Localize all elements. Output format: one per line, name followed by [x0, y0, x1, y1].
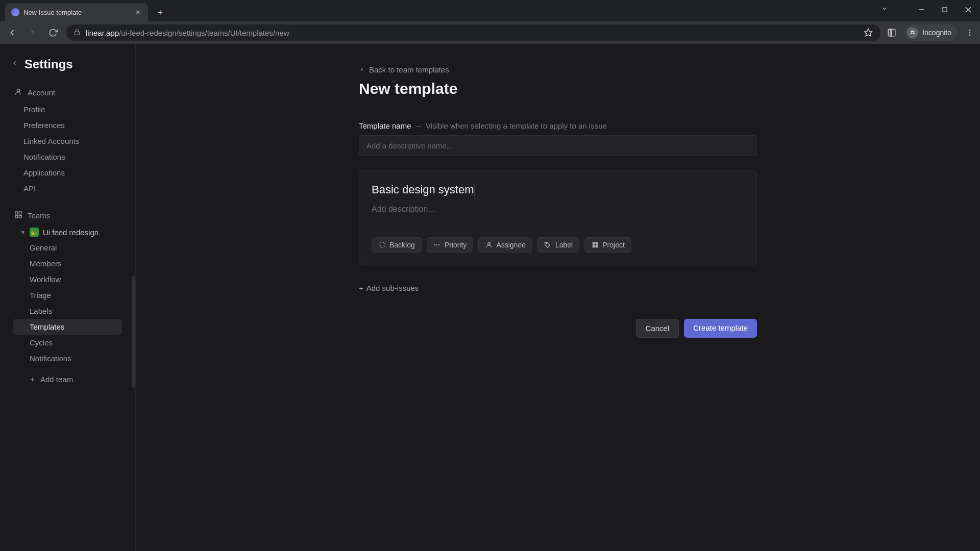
svg-rect-24 [592, 242, 595, 245]
nav-item-profile[interactable]: Profile [7, 102, 128, 117]
svg-point-10 [969, 30, 971, 31]
priority-icon [433, 241, 441, 249]
backlog-icon [378, 241, 386, 249]
description-input[interactable]: Add description... [372, 205, 744, 214]
nav-item-applications[interactable]: Applications [7, 165, 128, 181]
add-sub-issues-button[interactable]: + Add sub-issues [359, 284, 757, 292]
nav-item-notifications[interactable]: Notifications [7, 149, 128, 165]
svg-point-8 [911, 32, 913, 34]
add-team-label: Add team [40, 375, 73, 384]
svg-point-13 [17, 89, 19, 92]
linear-favicon-icon [11, 8, 19, 16]
close-window-icon[interactable] [957, 0, 980, 19]
svg-rect-1 [942, 7, 946, 11]
back-chevron-icon [11, 60, 18, 69]
team-row[interactable]: ▼ 🐢 Ui feed redesign [7, 224, 128, 240]
page-title: New template [359, 80, 757, 107]
bookmark-icon[interactable] [863, 28, 873, 38]
svg-point-19 [434, 244, 435, 245]
label-icon [544, 241, 552, 249]
nav-item-preferences[interactable]: Preferences [7, 117, 128, 133]
forward-button[interactable] [26, 26, 40, 40]
minimize-icon[interactable] [910, 0, 933, 19]
plus-icon: ＋ [29, 374, 36, 384]
create-template-button[interactable]: Create template [684, 319, 757, 338]
caret-down-icon: ▼ [20, 230, 26, 235]
teams-icon [14, 211, 22, 220]
editor-card: Basic design system Add description... B… [359, 170, 757, 265]
text-cursor [475, 185, 475, 197]
browser-menu-icon[interactable] [965, 28, 975, 38]
priority-button[interactable]: Priority [427, 237, 474, 253]
team-sub-notifications[interactable]: Notifications [7, 350, 128, 366]
team-sub-triage[interactable]: Triage [7, 287, 128, 303]
settings-header[interactable]: Settings [0, 50, 135, 84]
nav-item-api[interactable]: API [7, 181, 128, 196]
template-name-hint: Visible when selecting a template to app… [426, 121, 607, 130]
svg-point-22 [488, 243, 491, 245]
template-name-input[interactable] [359, 135, 757, 156]
action-row: Cancel Create template [359, 319, 757, 338]
maximize-icon[interactable] [933, 0, 957, 19]
url-path: /ui-feed-redesign/settings/teams/UI/temp… [119, 29, 289, 37]
new-tab-button[interactable]: ＋ [152, 4, 168, 20]
extensions-icon[interactable] [887, 28, 897, 38]
app: Settings Account Profile Preferences Lin… [0, 44, 980, 551]
browser-tab[interactable]: New Issue template ✕ [5, 3, 148, 21]
svg-rect-14 [15, 212, 18, 214]
project-button[interactable]: Project [584, 237, 631, 253]
svg-marker-5 [865, 29, 872, 36]
cancel-button[interactable]: Cancel [636, 319, 679, 338]
incognito-icon [907, 27, 918, 38]
svg-rect-15 [19, 212, 21, 214]
url-domain: linear.app [86, 29, 119, 37]
window-controls [910, 0, 980, 19]
project-label: Project [602, 241, 625, 249]
svg-point-23 [546, 243, 547, 244]
close-tab-icon[interactable]: ✕ [134, 8, 142, 16]
add-sub-label: Add sub-issues [366, 284, 419, 292]
nav-heading-teams: Teams [7, 207, 128, 224]
url-box[interactable]: linear.app/ui-feed-redesign/settings/tea… [66, 24, 880, 41]
back-to-templates-link[interactable]: Back to team templates [359, 65, 757, 74]
assignee-label: Assignee [496, 241, 526, 249]
project-icon [591, 241, 599, 249]
assignee-icon [485, 241, 493, 249]
status-button[interactable]: Backlog [372, 237, 422, 253]
team-sub-templates[interactable]: Templates [13, 319, 122, 335]
sidebar-scrollbar[interactable] [132, 276, 135, 388]
back-button[interactable] [5, 26, 19, 40]
label-label: Label [555, 241, 573, 249]
property-row: Backlog Priority Assignee Label [372, 237, 744, 253]
nav-item-linked-accounts[interactable]: Linked Accounts [7, 133, 128, 149]
account-icon [14, 88, 22, 97]
svg-point-18 [379, 242, 385, 248]
assignee-button[interactable]: Assignee [478, 237, 532, 253]
priority-label: Priority [445, 241, 467, 249]
dash: – [416, 121, 421, 130]
tabs-dropdown-icon[interactable] [881, 5, 888, 14]
teams-label: Teams [28, 211, 50, 220]
svg-rect-27 [595, 245, 598, 248]
team-sub-members[interactable]: Members [7, 256, 128, 271]
svg-rect-16 [15, 215, 18, 218]
svg-rect-17 [19, 215, 21, 218]
add-team-button[interactable]: ＋ Add team [7, 369, 128, 389]
incognito-badge[interactable]: Incognito [904, 24, 958, 41]
label-button[interactable]: Label [537, 237, 579, 253]
svg-point-11 [969, 32, 971, 34]
tab-strip: New Issue template ✕ ＋ [0, 0, 980, 21]
team-sub-labels[interactable]: Labels [7, 303, 128, 319]
svg-rect-26 [592, 245, 595, 248]
team-sub-general[interactable]: General [7, 240, 128, 256]
sidebar: Settings Account Profile Preferences Lin… [0, 44, 136, 551]
team-sub-workflow[interactable]: Workflow [7, 271, 128, 287]
team-sub-cycles[interactable]: Cycles [7, 335, 128, 350]
status-label: Backlog [389, 241, 415, 249]
svg-point-12 [969, 34, 971, 36]
team-avatar-icon: 🐢 [30, 228, 39, 237]
nav-heading-account: Account [7, 84, 128, 102]
reload-button[interactable] [46, 26, 60, 40]
settings-title: Settings [24, 57, 73, 71]
issue-title-input[interactable]: Basic design system [372, 183, 744, 197]
